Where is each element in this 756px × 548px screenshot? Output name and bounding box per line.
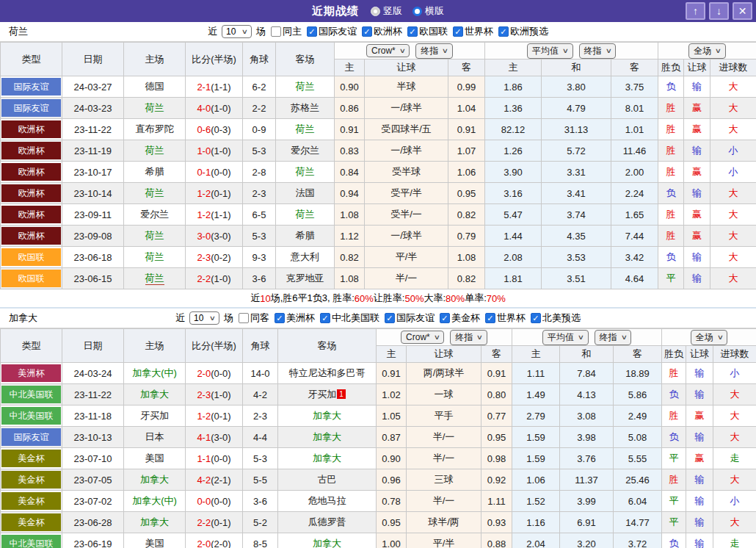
date-cell: 23-06-28 xyxy=(62,512,124,533)
result-group: 全场∨ xyxy=(662,329,756,346)
league-checkbox-4[interactable]: ✓欧洲预选 xyxy=(495,25,548,38)
chevron-down-icon: ∨ xyxy=(433,334,440,341)
match-row: 中北美国联23-11-18牙买加1-2(0-1)2-3加拿大1.05平手0.77… xyxy=(1,405,756,427)
league-checkbox-2[interactable]: ✓欧国联 xyxy=(404,25,448,38)
away-odds-cell: 1.08 xyxy=(448,247,485,268)
match-row: 中北美国联23-06-19美国2-0(2-0)8-5加拿大1.00平/半0.88… xyxy=(1,533,756,548)
league-checkbox-2[interactable]: ✓国际友谊 xyxy=(382,311,435,325)
home-team-cell: 加拿大 xyxy=(124,469,186,491)
halftime-score: (0-2) xyxy=(211,252,230,263)
goals-result-cell: 大 xyxy=(713,405,756,427)
avg-draw-cell: 3.98 xyxy=(560,427,614,448)
league-checkbox-0[interactable]: ✓国际友谊 xyxy=(304,25,357,38)
move-down-button[interactable]: ↓ xyxy=(709,2,729,20)
avg-draw-cell: 3.53 xyxy=(542,247,611,268)
date-cell: 23-11-22 xyxy=(62,384,124,405)
home-team-cell: 美国 xyxy=(124,533,186,548)
page-title: 近期战绩 xyxy=(312,4,359,18)
home-team-cell: 荷兰 xyxy=(124,226,186,247)
final-odds-select-2[interactable]: 终指∨ xyxy=(595,330,632,345)
result-cell: 胜 xyxy=(658,98,684,119)
match-count-select-value: 10 xyxy=(226,26,236,37)
team-name-text: 苏格兰 xyxy=(291,102,319,113)
radio-horizontal-layout[interactable]: 横版 xyxy=(412,4,444,18)
goals-result-cell: 大 xyxy=(713,384,756,405)
league-type-cell: 欧洲杯 xyxy=(1,140,62,162)
match-row: 欧洲杯23-10-14荷兰1-2(0-1)2-3法国0.94受平/半0.953.… xyxy=(1,183,756,204)
away-team-cell: 苏格兰 xyxy=(276,98,335,119)
home-odds-cell: 1.08 xyxy=(335,268,365,289)
handicap-cell: 受四球半/五 xyxy=(365,119,448,140)
away-odds-cell: 0.98 xyxy=(481,448,512,469)
average-select[interactable]: 平均值∨ xyxy=(542,330,589,345)
final-odds-select-2[interactable]: 终指∨ xyxy=(579,43,617,59)
league-checkbox-3[interactable]: ✓世界杯 xyxy=(450,25,493,38)
handicap-result-cell: 输 xyxy=(686,384,713,405)
league-checkbox-0[interactable]: ✓美洲杯 xyxy=(272,311,315,325)
average-select[interactable]: 平均值∨ xyxy=(527,43,573,59)
home-odds-cell: 0.86 xyxy=(335,98,365,119)
home-team-cell: 德国 xyxy=(124,76,186,98)
sub-column-header: 和 xyxy=(542,60,611,76)
corner-cell: 9-3 xyxy=(243,247,276,268)
result-cell: 平 xyxy=(658,268,684,289)
radio-unselected-icon xyxy=(412,7,422,16)
summary-text: 让胜率: xyxy=(374,292,405,305)
final-odds-select-value: 终指 xyxy=(421,45,438,57)
fulltime-score: 2-2 xyxy=(197,273,211,284)
avg-home-cell: 1.49 xyxy=(512,384,560,405)
score-cell: 1-2(0-1) xyxy=(186,405,243,427)
final-odds-select[interactable]: 终指∨ xyxy=(450,330,487,345)
result-cell: 胜 xyxy=(662,405,686,427)
halftime-score: (0-0) xyxy=(211,167,230,178)
summary-text: 70% xyxy=(487,293,506,304)
halftime-score: (2-1) xyxy=(211,475,230,486)
handicap-result-cell: 赢 xyxy=(686,448,713,469)
league-checkbox-5[interactable]: ✓北美预选 xyxy=(528,311,581,325)
down-arrow-icon: ↓ xyxy=(716,5,722,17)
match-count-select[interactable]: 10∨ xyxy=(189,311,219,325)
league-badge: 中北美国联 xyxy=(1,407,61,425)
bookmaker-select[interactable]: Crow*∨ xyxy=(366,44,410,57)
away-team-cell: 加拿大 xyxy=(278,427,377,448)
bookmaker-odds-group: Crow*∨终指∨ xyxy=(335,43,485,60)
team-name-text: 直布罗陀 xyxy=(136,123,174,134)
team-name-text: 加拿大 xyxy=(140,474,169,485)
match-count-select[interactable]: 10∨ xyxy=(222,25,252,38)
away-odds-cell: 0.91 xyxy=(481,363,512,384)
fulltime-score: 2-0 xyxy=(197,368,211,379)
move-up-button[interactable]: ↑ xyxy=(686,2,705,20)
same-venue-checkbox[interactable]: 同主 xyxy=(268,25,302,38)
fulltime-select[interactable]: 全场∨ xyxy=(688,43,726,59)
league-checkbox-4[interactable]: ✓世界杯 xyxy=(482,311,526,325)
chevron-down-icon: ∨ xyxy=(716,334,723,341)
same-venue-checkbox[interactable]: 同客 xyxy=(236,311,269,325)
team-name-text: 希腊 xyxy=(296,230,315,241)
section-head-1: 加拿大近10∨场同客✓美洲杯✓中北美国联✓国际友谊✓美金杯✓世界杯✓北美预选 xyxy=(0,309,756,328)
league-checkbox-1[interactable]: ✓欧洲杯 xyxy=(359,25,402,38)
corner-cell: 5-5 xyxy=(243,469,278,491)
radio-vertical-layout[interactable]: 竖版 xyxy=(371,4,402,18)
handicap-cell: 受半球 xyxy=(365,162,448,183)
league-badge: 中北美国联 xyxy=(1,535,61,548)
team-name-text: 牙买加 xyxy=(308,389,336,400)
sections-root: 荷兰近10∨场同主✓国际友谊✓欧洲杯✓欧国联✓世界杯✓欧洲预选类型日期主场比分(… xyxy=(0,22,756,548)
filter-bar: 近10∨场同主✓国际友谊✓欧洲杯✓欧国联✓世界杯✓欧洲预选 xyxy=(208,25,548,38)
goals-result-cell: 小 xyxy=(710,140,756,162)
final-odds-select-2-value: 终指 xyxy=(600,331,617,344)
home-odds-cell: 0.96 xyxy=(377,469,407,491)
close-button[interactable]: ✕ xyxy=(733,2,752,20)
fulltime-select[interactable]: 全场∨ xyxy=(691,330,728,345)
final-odds-select[interactable]: 终指∨ xyxy=(415,43,453,59)
bookmaker-select[interactable]: Crow*∨ xyxy=(401,331,444,344)
sub-column-header: 客 xyxy=(481,346,512,363)
goals-result-cell: 小 xyxy=(713,363,756,384)
match-row: 欧洲杯23-10-17希腊0-1(0-0)2-8荷兰0.84受半球1.063.9… xyxy=(1,162,756,183)
league-checkbox-3[interactable]: ✓美金杯 xyxy=(437,311,480,325)
avg-away-cell: 1.65 xyxy=(611,204,658,226)
avg-away-cell: 3.75 xyxy=(611,76,658,98)
league-checkbox-1[interactable]: ✓中北美国联 xyxy=(317,311,379,325)
home-odds-cell: 0.83 xyxy=(335,140,365,162)
layout-radio-group: 竖版 横版 xyxy=(371,4,444,18)
league-badge: 欧洲杯 xyxy=(1,142,61,159)
